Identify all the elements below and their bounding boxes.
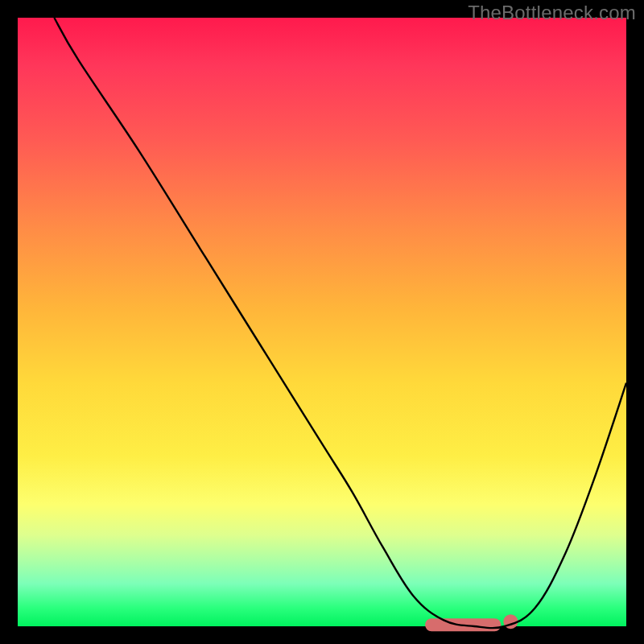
chart-frame: TheBottleneck.com: [0, 0, 644, 644]
bottleneck-curve: [54, 18, 626, 628]
curve-layer: [18, 18, 626, 626]
plot-area: [18, 18, 626, 626]
